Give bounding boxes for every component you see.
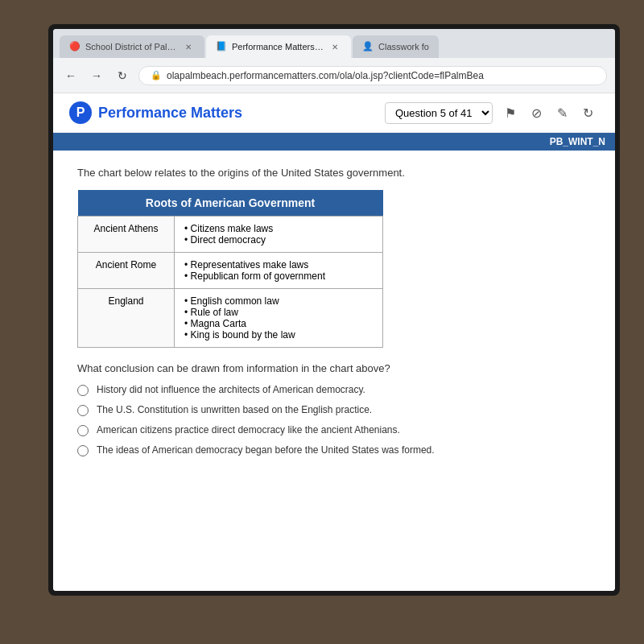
- tab-label-classwork: Classwork fo: [378, 42, 429, 52]
- answer-choice-c[interactable]: American citizens practice direct democr…: [77, 424, 591, 436]
- cancel-icon[interactable]: ⊘: [525, 101, 547, 124]
- radio-c[interactable]: [77, 425, 89, 436]
- tab-bar: 🔴 School District of Palm Beach Co ✕ 📘 P…: [53, 29, 615, 58]
- source-england: England: [78, 289, 175, 348]
- answer-choice-b[interactable]: The U.S. Constitution is unwritten based…: [77, 404, 591, 416]
- nav-icons: ⚑ ⊘ ✎ ↻: [499, 101, 599, 124]
- tab-favicon-pm: 📘: [216, 41, 227, 52]
- lock-icon: 🔒: [151, 70, 162, 80]
- question-nav: Question 5 of 41 ⚑ ⊘ ✎ ↻: [385, 101, 599, 124]
- screen-container: 🔴 School District of Palm Beach Co ✕ 📘 P…: [48, 24, 620, 596]
- reload-icon[interactable]: ↻: [576, 101, 599, 124]
- question-selector[interactable]: Question 5 of 41: [385, 102, 493, 124]
- question-area: The chart below relates to the origins o…: [53, 151, 615, 591]
- chart-title: Roots of American Government: [78, 190, 383, 217]
- tab-close-pm[interactable]: ✕: [328, 40, 341, 53]
- chart-table: Roots of American Government Ancient Ath…: [77, 190, 383, 348]
- pm-header: P Performance Matters Question 5 of 41 ⚑…: [53, 93, 615, 133]
- athens-item-2: Direct democracy: [184, 234, 373, 246]
- answer-text-a: History did not influence the architects…: [97, 384, 365, 395]
- browser-window: 🔴 School District of Palm Beach Co ✕ 📘 P…: [53, 29, 615, 591]
- source-rome: Ancient Rome: [78, 253, 175, 289]
- tab-label-pm: Performance Matters | OLA: [232, 42, 324, 52]
- page-content: P Performance Matters Question 5 of 41 ⚑…: [53, 93, 615, 591]
- tab-performance-matters[interactable]: 📘 Performance Matters | OLA ✕: [206, 35, 351, 58]
- answer-text-d: The ideas of American democracy began be…: [97, 444, 435, 456]
- england-item-2: Rule of law: [184, 307, 373, 318]
- answer-text-c: American citizens practice direct democr…: [97, 424, 400, 436]
- refresh-icon: ↻: [118, 69, 127, 82]
- address-input[interactable]: 🔒 olapalmbeach.performancematters.com/ol…: [138, 66, 607, 85]
- tab-school-district[interactable]: 🔴 School District of Palm Beach Co ✕: [60, 35, 204, 58]
- items-rome: Representatives make laws Republican for…: [175, 253, 383, 289]
- tab-favicon-classwork: 👤: [362, 41, 374, 52]
- pb-banner: PB_WINT_N: [53, 133, 615, 151]
- forward-icon: →: [91, 69, 102, 82]
- table-row: England English common law Rule of law M…: [78, 289, 383, 348]
- answer-choices: History did not influence the architects…: [77, 384, 591, 456]
- rome-item-1: Representatives make laws: [184, 259, 373, 270]
- address-text: olapalmbeach.performancematters.com/ola/…: [167, 70, 484, 81]
- table-row: Ancient Rome Representatives make laws R…: [78, 253, 383, 289]
- back-button[interactable]: ←: [61, 66, 80, 85]
- england-item-4: King is bound by the law: [184, 329, 373, 341]
- radio-d[interactable]: [77, 445, 89, 456]
- rome-item-2: Republican form of government: [184, 270, 373, 282]
- table-row: Ancient Athens Citizens make laws Direct…: [78, 217, 383, 253]
- edit-icon[interactable]: ✎: [551, 101, 573, 124]
- answer-prompt: What conclusion can be drawn from inform…: [77, 362, 591, 374]
- forward-button[interactable]: →: [87, 66, 106, 85]
- answer-text-b: The U.S. Constitution is unwritten based…: [97, 404, 372, 415]
- pm-logo: P Performance Matters: [69, 101, 242, 124]
- pm-logo-icon: P: [69, 101, 92, 124]
- pm-logo-letter: P: [76, 105, 85, 120]
- tab-label-school: School District of Palm Beach Co: [85, 42, 177, 52]
- question-prompt: The chart below relates to the origins o…: [77, 167, 591, 179]
- answer-choice-a[interactable]: History did not influence the architects…: [77, 384, 591, 396]
- pb-banner-text: PB_WINT_N: [550, 136, 605, 147]
- tab-close-school[interactable]: ✕: [182, 40, 195, 53]
- athens-item-1: Citizens make laws: [184, 223, 373, 234]
- tab-favicon-school: 🔴: [69, 41, 80, 52]
- radio-b[interactable]: [77, 405, 89, 416]
- items-athens: Citizens make laws Direct democracy: [175, 217, 383, 253]
- radio-a[interactable]: [77, 385, 89, 396]
- tab-classwork[interactable]: 👤 Classwork fo: [353, 35, 439, 58]
- flag-icon[interactable]: ⚑: [499, 101, 522, 124]
- source-athens: Ancient Athens: [78, 217, 175, 253]
- back-icon: ←: [65, 69, 76, 82]
- england-item-3: Magna Carta: [184, 318, 373, 329]
- items-england: English common law Rule of law Magna Car…: [175, 289, 383, 348]
- answer-choice-d[interactable]: The ideas of American democracy began be…: [77, 444, 591, 456]
- england-item-1: English common law: [184, 295, 373, 307]
- refresh-button[interactable]: ↻: [113, 66, 132, 85]
- pm-logo-text: Performance Matters: [98, 105, 242, 122]
- address-bar: ← → ↻ 🔒 olapalmbeach.performancematters.…: [53, 58, 615, 93]
